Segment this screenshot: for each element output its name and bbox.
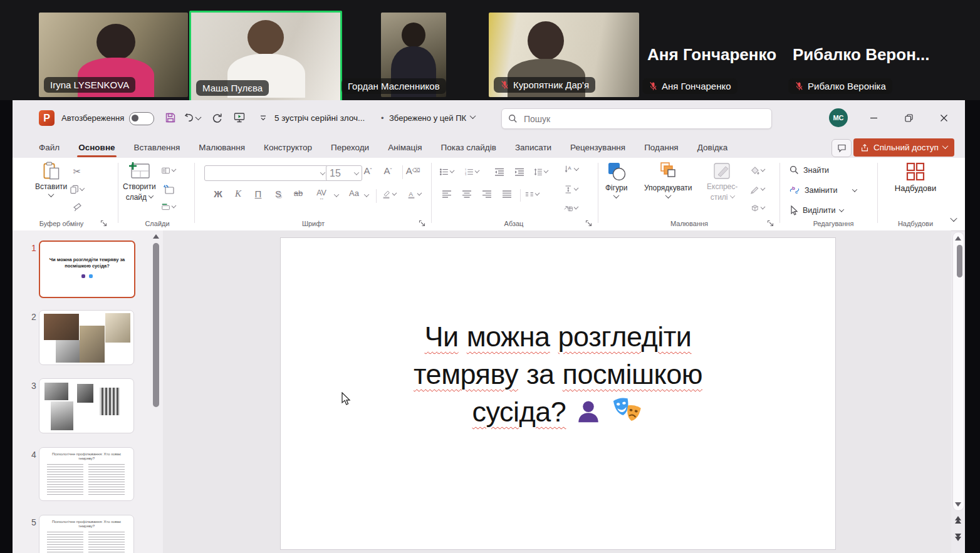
shape-effects-button[interactable] [751, 202, 764, 214]
tab-animations[interactable]: Анімація [387, 140, 423, 155]
tab-review[interactable]: Рецензування [569, 140, 627, 155]
undo-dropdown-chevron[interactable] [195, 114, 202, 120]
next-slide-button[interactable] [955, 534, 961, 541]
powerpoint-app-icon[interactable]: P [39, 110, 55, 126]
align-left-button[interactable] [440, 188, 454, 200]
tab-help[interactable]: Довідка [696, 140, 729, 155]
paste-dropdown-chevron[interactable] [48, 191, 55, 197]
shape-outline-chevron[interactable] [760, 186, 765, 191]
tab-draw[interactable]: Малювання [197, 140, 246, 155]
character-spacing-button[interactable]: AV↔ [312, 189, 331, 199]
shape-outline-button[interactable] [751, 183, 764, 195]
participant-video-kuropiatnyk[interactable]: Куропятник Дар'я [489, 13, 639, 97]
cut-button[interactable]: ✂ [70, 165, 84, 178]
tab-transitions[interactable]: Переходи [330, 140, 370, 155]
find-button[interactable]: Знайти [790, 165, 829, 175]
slide[interactable]: Чиможнарозгледіти темрявузапосмішкою сус… [281, 238, 835, 549]
numbering-button[interactable]: 123 [465, 165, 479, 178]
copy-button[interactable] [70, 183, 84, 195]
quick-access-overflow-button[interactable] [254, 109, 272, 127]
participant-video-masha-active[interactable]: Маша Пулєва [189, 11, 342, 102]
autosave-toggle[interactable] [129, 112, 154, 125]
change-case-chevron[interactable] [364, 192, 369, 197]
document-filename[interactable]: 5 зустріч серійні злоч... [274, 100, 365, 135]
grow-font-button[interactable]: Aˆ [361, 164, 375, 177]
addins-button[interactable]: Надбудови [887, 162, 944, 193]
shape-fill-button[interactable] [751, 164, 764, 177]
font-dialog-launcher[interactable] [419, 220, 425, 227]
align-right-button[interactable] [480, 188, 494, 200]
shrink-font-button[interactable]: Aˇ [381, 164, 395, 177]
font-color-chevron[interactable] [417, 191, 422, 196]
slide-thumbnail-3[interactable] [39, 378, 134, 433]
scroll-up-arrow[interactable] [153, 234, 159, 239]
share-button[interactable]: Спільний доступ [853, 138, 954, 157]
copy-dropdown-chevron[interactable] [80, 185, 85, 190]
tab-record[interactable]: Записати [514, 140, 553, 155]
section-button[interactable] [162, 200, 175, 213]
account-avatar[interactable]: MC [829, 108, 848, 127]
drawing-dialog-launcher[interactable] [767, 220, 774, 227]
participant-video-iryna[interactable]: Iryna LYSENKOVA [39, 13, 188, 97]
search-input[interactable] [523, 113, 738, 125]
restore-button[interactable] [895, 105, 922, 130]
convert-smartart-button[interactable] [564, 202, 578, 214]
section-chevron[interactable] [172, 204, 177, 209]
quick-styles-button[interactable]: Експрес- стилі [707, 162, 738, 202]
new-slide-button[interactable]: Створити слайд [123, 162, 156, 202]
bold-button[interactable]: Ж [211, 189, 226, 199]
smartart-chevron[interactable] [574, 205, 579, 210]
character-spacing-chevron[interactable] [334, 192, 339, 197]
previous-slide-button[interactable] [955, 516, 961, 524]
strikethrough-button[interactable]: ab [291, 189, 306, 198]
paste-button[interactable]: Вставити [35, 162, 67, 197]
scrollbar-thumb[interactable] [153, 243, 159, 407]
slide-thumbnail-1[interactable]: Чи можна розгледіти темряву за посмішкою… [39, 240, 135, 298]
scroll-down-arrow[interactable] [955, 502, 961, 507]
scroll-up-arrow[interactable] [955, 236, 961, 240]
collapse-ribbon-chevron[interactable] [950, 215, 957, 222]
bullets-chevron[interactable] [449, 168, 454, 173]
font-name-combobox[interactable] [204, 165, 328, 181]
change-case-button[interactable]: Aa [346, 189, 362, 198]
reset-slide-button[interactable] [162, 183, 175, 195]
highlight-color-button[interactable] [382, 188, 396, 200]
numbering-chevron[interactable] [474, 168, 479, 173]
replace-chevron[interactable] [852, 187, 857, 192]
paragraph-dialog-launcher[interactable] [585, 220, 592, 227]
tab-insert[interactable]: Вставлення [133, 140, 182, 155]
start-slideshow-button[interactable] [231, 109, 248, 127]
highlight-chevron[interactable] [392, 191, 397, 196]
increase-indent-button[interactable] [513, 165, 526, 178]
save-status[interactable]: Збережено у цей ПК [389, 100, 475, 135]
underline-button[interactable]: П [251, 189, 266, 199]
tab-design[interactable]: Конструктор [263, 140, 313, 155]
slide-thumbnail-2[interactable] [39, 310, 134, 365]
text-direction-button[interactable]: A [564, 163, 578, 175]
comments-button[interactable] [831, 139, 852, 157]
align-text-button[interactable] [564, 183, 578, 195]
font-size-combobox[interactable]: 15 [326, 165, 362, 181]
clipboard-dialog-launcher[interactable] [100, 220, 107, 227]
select-button[interactable]: Виділити [790, 205, 843, 215]
tab-slideshow[interactable]: Показ слайдів [439, 140, 497, 155]
shapes-button[interactable]: Фігури [605, 162, 627, 199]
slide-thumbnail-5[interactable]: Психологічне профілювання: Хто ховає тем… [39, 515, 134, 553]
text-shadow-button[interactable]: S [271, 189, 286, 199]
align-text-chevron[interactable] [573, 186, 578, 191]
line-spacing-button[interactable] [534, 165, 548, 178]
tab-view[interactable]: Подання [643, 140, 680, 155]
minimize-button[interactable] [860, 105, 887, 130]
undo-button[interactable] [183, 109, 201, 127]
font-color-button[interactable]: A [407, 188, 421, 200]
redo-button[interactable] [208, 109, 226, 127]
scrollbar-track[interactable] [952, 232, 964, 511]
shape-fill-chevron[interactable] [760, 167, 765, 172]
replace-button[interactable]: bc Замінити [790, 185, 857, 195]
decrease-indent-button[interactable] [493, 165, 506, 178]
layout-chevron[interactable] [172, 167, 177, 172]
select-chevron[interactable] [839, 207, 844, 212]
italic-button[interactable]: К [231, 189, 246, 199]
align-center-button[interactable] [460, 188, 474, 200]
format-painter-button[interactable] [70, 200, 84, 213]
